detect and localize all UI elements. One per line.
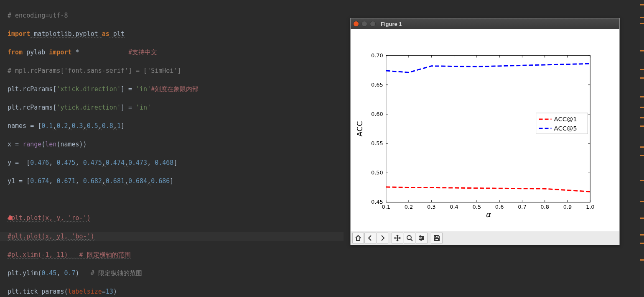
svg-text:0.4: 0.4 [450, 204, 458, 210]
svg-text:0.70: 0.70 [371, 52, 383, 59]
svg-text:0.60: 0.60 [371, 111, 383, 117]
forward-icon[interactable] [377, 233, 388, 243]
svg-text:0.3: 0.3 [427, 204, 436, 210]
current-line: #plt.plot(x, y1, 'bo-') [0, 232, 344, 241]
line-acc5 [386, 64, 590, 72]
save-icon[interactable] [431, 233, 443, 243]
svg-text:0.7: 0.7 [518, 204, 527, 210]
back-icon[interactable] [364, 233, 376, 243]
svg-text:1.0: 1.0 [586, 204, 595, 210]
svg-text:0.50: 0.50 [371, 169, 383, 176]
svg-text:0.8: 0.8 [540, 204, 549, 210]
svg-point-54 [407, 236, 411, 240]
svg-text:0.2: 0.2 [405, 204, 413, 210]
svg-text:ACC@1: ACC@1 [554, 115, 577, 123]
close-icon[interactable] [353, 21, 359, 27]
error-stripe[interactable] [640, 0, 644, 297]
zoom-icon[interactable] [404, 233, 415, 243]
y-axis-label: ACC [355, 121, 364, 137]
plot-canvas: 0.45 0.50 0.55 0.60 0.65 0.70 0.1 0.2 [351, 29, 619, 231]
maximize-icon[interactable] [370, 21, 376, 27]
svg-text:0.45: 0.45 [371, 199, 383, 205]
matplotlib-toolbar [351, 231, 619, 245]
code-editor[interactable]: # encoding=utf-8 import matplotlib.pyplo… [0, 0, 351, 297]
svg-text:0.55: 0.55 [371, 140, 383, 146]
legend: ACC@1 ACC@5 [536, 113, 588, 134]
breakpoint-icon[interactable] [8, 216, 13, 220]
code-text: # encoding=utf-8 [8, 12, 68, 19]
figure-window[interactable]: Figure 1 0.45 0.50 0.55 0.60 0.65 0.70 [350, 18, 620, 245]
window-titlebar[interactable]: Figure 1 [351, 18, 619, 29]
svg-text:0.1: 0.1 [382, 204, 390, 210]
line-acc1 [386, 187, 590, 192]
minimize-icon[interactable] [361, 21, 367, 27]
x-axis-label: α [486, 210, 491, 219]
svg-text:0.9: 0.9 [563, 204, 572, 210]
svg-text:0.5: 0.5 [473, 204, 481, 210]
svg-text:ACC@5: ACC@5 [554, 125, 577, 132]
window-title: Figure 1 [381, 21, 402, 27]
svg-point-55 [420, 236, 421, 237]
svg-point-57 [421, 239, 422, 241]
svg-text:0.65: 0.65 [371, 82, 383, 88]
svg-text:0.6: 0.6 [495, 204, 504, 210]
pan-icon[interactable] [392, 233, 403, 243]
home-icon[interactable] [352, 233, 364, 243]
svg-point-56 [423, 238, 424, 239]
configure-icon[interactable] [416, 233, 428, 243]
